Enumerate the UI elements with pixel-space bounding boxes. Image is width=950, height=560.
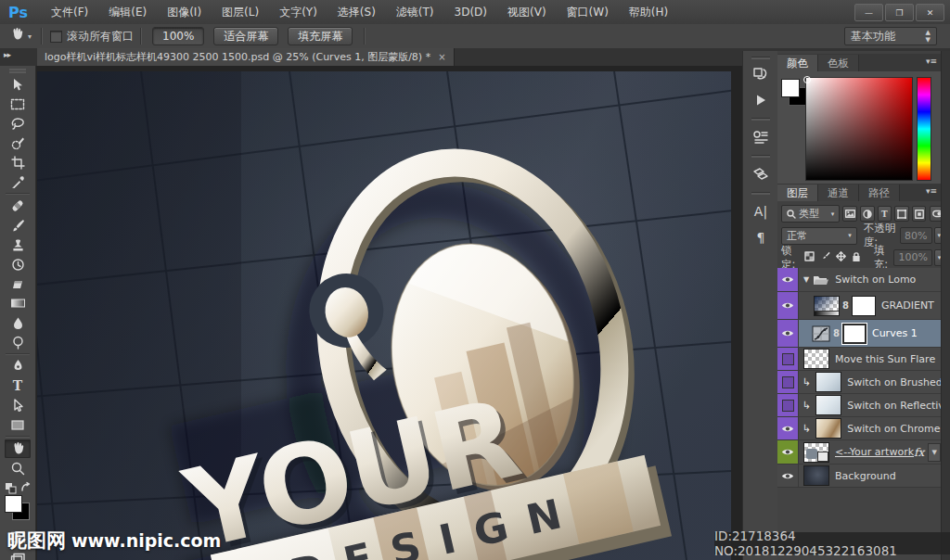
- history-brush-tool[interactable]: [5, 255, 31, 274]
- marquee-tool[interactable]: [5, 95, 31, 113]
- curves-adjustment-icon[interactable]: [812, 325, 830, 342]
- layer-thumbnail[interactable]: [815, 418, 841, 439]
- filter-type-layers-icon[interactable]: T: [878, 206, 892, 222]
- layer-row-chrome[interactable]: ↳ Switch on Chrome: [777, 417, 941, 440]
- layer-row-group-lomo[interactable]: ▼ Switch on Lomo: [777, 268, 941, 292]
- zoom-tool[interactable]: [5, 459, 31, 477]
- history-panel-icon[interactable]: [748, 62, 774, 86]
- blend-mode-select[interactable]: 正常▾: [781, 227, 857, 245]
- visibility-toggle[interactable]: [777, 440, 799, 464]
- hand-tool[interactable]: [5, 439, 31, 458]
- menu-type[interactable]: 文字(Y): [269, 1, 327, 24]
- document-tab[interactable]: logo样机vi样机标志样机49300 2500 1500.psd @ 25% …: [37, 48, 455, 66]
- menu-help[interactable]: 帮助(H): [619, 1, 678, 24]
- blur-tool[interactable]: [5, 313, 31, 332]
- menu-view[interactable]: 视图(V): [497, 1, 557, 24]
- quick-selection-tool[interactable]: [5, 134, 31, 152]
- filter-smart-objects-icon[interactable]: [912, 206, 927, 222]
- toolbar-grip[interactable]: [9, 69, 26, 70]
- tab-color[interactable]: 颜色: [777, 55, 818, 71]
- layer-thumbnail[interactable]: [803, 465, 829, 486]
- layer-thumbnail[interactable]: [803, 349, 829, 369]
- menu-window[interactable]: 窗口(W): [557, 1, 619, 24]
- tab-close-icon[interactable]: ×: [438, 52, 445, 62]
- layer-row-curves[interactable]: 8 Curves 1: [777, 320, 941, 348]
- menu-file[interactable]: 文件(F): [41, 1, 98, 24]
- color-panel-menu-icon[interactable]: ▾≡: [926, 57, 937, 66]
- lock-position-icon[interactable]: [836, 251, 846, 263]
- layer-filter-type-select[interactable]: 类型 ▾: [781, 205, 840, 223]
- actions-panel-icon[interactable]: [748, 88, 774, 112]
- maximize-button[interactable]: ❐: [885, 4, 914, 21]
- path-selection-tool[interactable]: [5, 396, 31, 414]
- toolbar-collapse-icon[interactable]: ▸▸: [4, 50, 10, 59]
- opacity-value[interactable]: 80%: [900, 227, 931, 244]
- minimize-button[interactable]: —: [854, 4, 883, 21]
- styles-panel-icon[interactable]: [748, 162, 774, 186]
- tab-layers[interactable]: 图层: [777, 185, 818, 201]
- visibility-toggle[interactable]: [777, 465, 799, 487]
- pen-tool[interactable]: [5, 357, 31, 375]
- layer-row-gradient[interactable]: 8 GRADIENT: [777, 292, 941, 320]
- group-expander-icon[interactable]: ▼: [803, 275, 809, 284]
- filter-adjustment-layers-icon[interactable]: [860, 206, 875, 222]
- lock-transparency-icon[interactable]: [804, 251, 815, 263]
- rectangle-tool[interactable]: [5, 415, 31, 434]
- layer-thumbnail[interactable]: [815, 372, 841, 392]
- clone-stamp-tool[interactable]: [5, 235, 31, 254]
- gradient-tool[interactable]: [5, 294, 31, 312]
- document-image[interactable]: YOUR YOUR DESIGN: [37, 71, 731, 560]
- visibility-toggle-off[interactable]: [777, 348, 799, 370]
- layer-thumbnail[interactable]: [815, 395, 841, 415]
- scroll-all-windows-checkbox[interactable]: [50, 31, 62, 43]
- lock-all-icon[interactable]: [852, 251, 861, 264]
- mask-link-icon[interactable]: 8: [833, 328, 840, 338]
- fx-expand-icon[interactable]: ▼: [928, 443, 941, 462]
- close-button[interactable]: ✕: [916, 4, 944, 21]
- tool-presets-panel-icon[interactable]: [748, 125, 774, 149]
- lasso-tool[interactable]: [5, 114, 31, 133]
- mask-link-icon[interactable]: 8: [842, 300, 849, 311]
- menu-select[interactable]: 选择(S): [327, 1, 386, 24]
- filter-pixel-layers-icon[interactable]: [842, 206, 857, 222]
- fit-screen-button[interactable]: 适合屏幕: [213, 27, 278, 45]
- gradient-thumbnail[interactable]: [814, 296, 840, 316]
- layer-row-reflective[interactable]: ↳ Switch on Reflective: [777, 394, 941, 417]
- layer-mask-thumbnail[interactable]: [852, 296, 876, 316]
- brush-tool[interactable]: [5, 216, 31, 235]
- tab-channels[interactable]: 通道: [818, 185, 859, 201]
- layers-panel-menu-icon[interactable]: ▾≡: [926, 186, 937, 196]
- smart-object-thumbnail[interactable]: [803, 442, 829, 463]
- color-foreground-swatch[interactable]: [781, 79, 800, 97]
- layer-row-brushed[interactable]: ↳ Switch on Brushed: [777, 371, 941, 394]
- move-tool[interactable]: [5, 75, 31, 94]
- workspace-switcher[interactable]: 基本功能 ▲▼: [844, 27, 937, 45]
- layer-effects-fx-icon[interactable]: fx: [914, 446, 924, 459]
- tab-paths[interactable]: 路径: [859, 185, 900, 201]
- tab-swatches[interactable]: 色板: [818, 55, 859, 71]
- zoom-100-button[interactable]: 100%: [152, 27, 204, 45]
- character-panel-icon[interactable]: A|: [748, 199, 774, 223]
- filter-shape-layers-icon[interactable]: [894, 206, 909, 222]
- tool-preset-caret-icon[interactable]: ▾: [28, 32, 32, 41]
- crop-tool[interactable]: [5, 153, 31, 172]
- eraser-tool[interactable]: [5, 274, 31, 293]
- paragraph-panel-icon[interactable]: ¶: [748, 225, 774, 249]
- menu-image[interactable]: 图像(I): [157, 1, 212, 24]
- dodge-tool[interactable]: [5, 333, 31, 351]
- menu-layer[interactable]: 图层(L): [212, 1, 269, 24]
- layer-mask-thumbnail-selected[interactable]: [842, 324, 867, 344]
- lock-pixels-icon[interactable]: [820, 251, 830, 263]
- visibility-toggle-off[interactable]: [777, 394, 799, 416]
- fill-screen-button[interactable]: 填充屏幕: [288, 27, 353, 45]
- menu-3d[interactable]: 3D(D): [444, 1, 497, 24]
- visibility-toggle[interactable]: [777, 268, 799, 291]
- visibility-toggle[interactable]: [777, 320, 799, 347]
- visibility-toggle-off[interactable]: [777, 371, 799, 393]
- layer-row-sun-flare[interactable]: Move this Sun Flare: [777, 348, 941, 371]
- fill-value[interactable]: 100%: [893, 249, 931, 266]
- canvas-area[interactable]: YOUR YOUR DESIGN: [36, 66, 742, 560]
- visibility-toggle[interactable]: [777, 292, 799, 319]
- layer-row-your-artwork[interactable]: <--Your artwork fx ▼: [777, 440, 941, 465]
- eyedropper-tool[interactable]: [5, 172, 31, 191]
